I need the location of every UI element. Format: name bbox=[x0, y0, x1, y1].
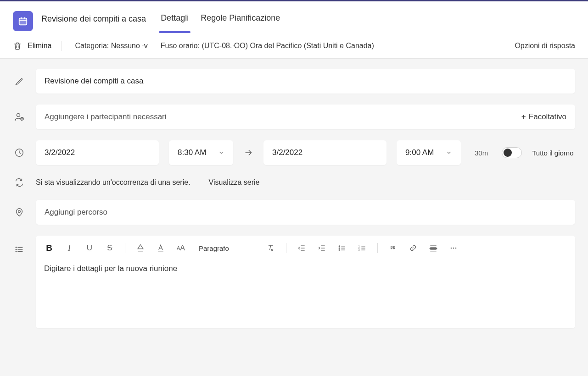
participants-row: + Facoltativo bbox=[13, 105, 575, 129]
start-time-value: 8:30 AM bbox=[178, 148, 206, 157]
duration-label: 30m bbox=[471, 149, 492, 157]
title-input[interactable] bbox=[45, 77, 566, 86]
header-bar: Revisione dei compiti a casa Dettagli Re… bbox=[0, 0, 588, 33]
page-title: Revisione dei compiti a casa bbox=[41, 10, 146, 33]
editor-textarea[interactable]: Digitare i dettagli per la nuova riunion… bbox=[36, 258, 575, 328]
chevron-down-icon bbox=[218, 149, 224, 156]
arrow-right-icon bbox=[243, 148, 253, 158]
svg-point-16 bbox=[16, 247, 17, 248]
start-time-field[interactable]: 8:30 AM bbox=[169, 140, 233, 165]
end-date-value: 3/2/2022 bbox=[272, 148, 302, 157]
series-text: Si sta visualizzando un'occorrenza di un… bbox=[36, 178, 190, 187]
svg-point-29 bbox=[339, 249, 340, 250]
datetime-row: 3/2/2022 8:30 AM 3/2/2022 9:00 AM 30m Tu… bbox=[13, 140, 575, 165]
clear-format-button[interactable] bbox=[266, 243, 276, 253]
hr-button[interactable] bbox=[428, 243, 438, 253]
allday-label: Tutto il giorno bbox=[532, 149, 573, 157]
end-date-field[interactable]: 3/2/2022 bbox=[263, 140, 386, 165]
location-icon bbox=[13, 206, 26, 219]
svg-point-44 bbox=[451, 248, 452, 249]
svg-point-18 bbox=[16, 251, 17, 252]
allday-toggle[interactable] bbox=[502, 147, 522, 158]
svg-point-46 bbox=[455, 248, 457, 249]
highlight-button[interactable] bbox=[135, 243, 146, 253]
quote-button[interactable] bbox=[388, 243, 398, 253]
participants-input[interactable] bbox=[45, 112, 521, 122]
location-row bbox=[13, 200, 575, 225]
end-time-field[interactable]: 9:00 AM bbox=[397, 140, 461, 165]
location-input[interactable] bbox=[45, 208, 566, 217]
recurrence-row: Si sta visualizzando un'occorrenza di un… bbox=[13, 176, 575, 189]
trash-icon bbox=[13, 41, 23, 51]
pencil-icon bbox=[13, 75, 26, 88]
description-row: B I U S AA Paragrafo bbox=[13, 236, 575, 328]
underline-button[interactable]: U bbox=[84, 243, 95, 253]
clock-icon bbox=[13, 146, 26, 159]
plus-icon: + bbox=[521, 112, 526, 122]
outdent-button[interactable] bbox=[297, 243, 307, 253]
svg-point-12 bbox=[18, 210, 21, 213]
svg-point-27 bbox=[339, 246, 340, 247]
italic-button[interactable]: I bbox=[64, 243, 74, 253]
end-time-value: 9:00 AM bbox=[405, 148, 434, 157]
description-editor: B I U S AA Paragrafo bbox=[36, 236, 575, 328]
participants-field[interactable]: + Facoltativo bbox=[36, 105, 575, 129]
svg-rect-0 bbox=[19, 18, 27, 25]
editor-toolbar: B I U S AA Paragrafo bbox=[36, 236, 575, 258]
font-size-button[interactable]: AA bbox=[176, 243, 186, 253]
response-options-button[interactable]: Opzioni di risposta bbox=[515, 42, 575, 50]
optional-label: Facoltativo bbox=[529, 112, 566, 122]
svg-point-7 bbox=[17, 114, 20, 117]
title-field[interactable] bbox=[36, 69, 575, 94]
svg-point-17 bbox=[16, 249, 17, 250]
more-button[interactable] bbox=[448, 243, 459, 253]
number-list-button[interactable]: 123 bbox=[357, 243, 367, 253]
start-date-field[interactable]: 3/2/2022 bbox=[36, 140, 159, 165]
svg-point-28 bbox=[339, 248, 340, 249]
svg-point-45 bbox=[453, 248, 454, 249]
action-bar: Elimina Categoria: Nessuno ·v Fuso orari… bbox=[0, 33, 588, 59]
recurrence-icon bbox=[13, 176, 26, 189]
separator bbox=[286, 243, 286, 253]
tab-details[interactable]: Dettagli bbox=[159, 9, 190, 33]
chevron-down-icon bbox=[446, 149, 452, 156]
title-row bbox=[13, 69, 575, 94]
indent-button[interactable] bbox=[317, 243, 327, 253]
separator bbox=[377, 243, 378, 253]
font-color-button[interactable] bbox=[156, 243, 166, 253]
category-dropdown[interactable]: Categoria: Nessuno ·v bbox=[75, 42, 147, 50]
optional-button[interactable]: + Facoltativo bbox=[521, 112, 566, 122]
bullet-list-button[interactable] bbox=[337, 243, 347, 253]
delete-button[interactable]: Elimina bbox=[13, 41, 62, 51]
tab-scheduling-rules[interactable]: Regole Pianificazione bbox=[199, 9, 282, 33]
location-field[interactable] bbox=[36, 200, 575, 225]
paragraph-dropdown[interactable]: Paragrafo bbox=[196, 244, 232, 252]
meeting-form: + Facoltativo 3/2/2022 8:30 AM 3/2/2022 bbox=[0, 59, 588, 328]
people-add-icon bbox=[13, 111, 26, 123]
separator bbox=[125, 243, 125, 253]
link-button[interactable] bbox=[408, 243, 418, 253]
strike-button[interactable]: S bbox=[105, 243, 115, 253]
delete-label: Elimina bbox=[28, 42, 51, 50]
app-calendar-icon bbox=[13, 11, 33, 31]
start-date-value: 3/2/2022 bbox=[45, 148, 75, 157]
timezone-dropdown[interactable]: Fuso orario: (UTC-08.·OO) Ora del Pacifi… bbox=[161, 42, 374, 50]
bold-button[interactable]: B bbox=[44, 243, 54, 253]
list-icon bbox=[13, 243, 26, 256]
view-series-link[interactable]: Visualizza serie bbox=[209, 178, 260, 187]
svg-text:3: 3 bbox=[358, 249, 360, 251]
